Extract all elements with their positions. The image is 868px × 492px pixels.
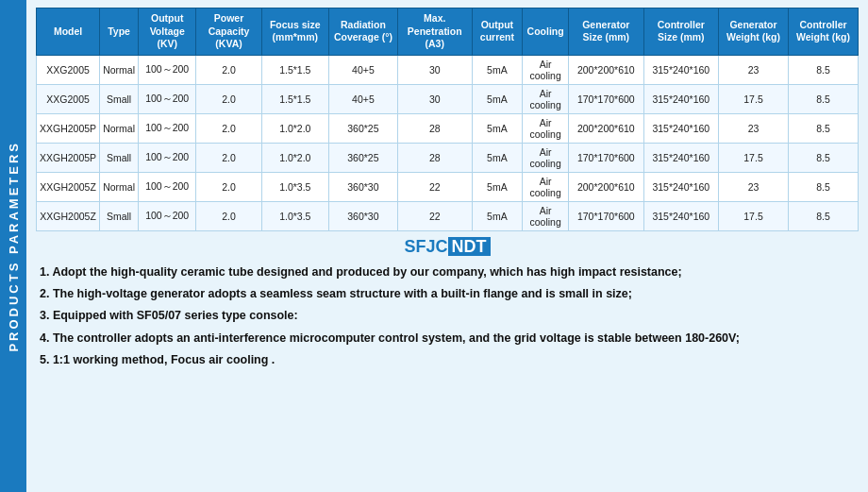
- table-header-cell: Focus size (mm*mm): [261, 8, 328, 56]
- table-header-cell: Output current: [472, 8, 523, 56]
- table-cell: 8.5: [788, 55, 858, 84]
- table-header-cell: Max. Penetration (A3): [397, 8, 472, 56]
- table-cell: Air cooling: [523, 172, 569, 201]
- table-cell: 100～200: [138, 55, 195, 84]
- table-cell: 2.0: [196, 201, 261, 230]
- table-body: XXG2005Normal100～2002.01.5*1.540+5305mAA…: [37, 55, 859, 230]
- main-content: ModelTypeOutput Voltage (KV)Power Capaci…: [26, 0, 868, 380]
- table-header-cell: Generator Weight (kg): [719, 8, 789, 56]
- table-cell: 315*240*160: [643, 113, 718, 143]
- table-header-cell: Output Voltage (KV): [138, 8, 195, 56]
- table-cell: 22: [397, 201, 472, 230]
- brand-line: SFJCNDT: [36, 237, 859, 257]
- description-block: 1. Adopt the high-quality ceramic tube d…: [36, 263, 859, 370]
- table-cell: 360*30: [328, 172, 397, 201]
- table-cell: 100～200: [138, 172, 195, 201]
- table-cell: 315*240*160: [643, 143, 718, 172]
- table-cell: 315*240*160: [643, 172, 718, 201]
- table-cell: 100～200: [138, 113, 195, 143]
- table-cell: Air cooling: [523, 201, 569, 230]
- table-cell: 360*25: [328, 143, 397, 172]
- table-cell: 8.5: [788, 143, 858, 172]
- table-cell: 1.5*1.5: [261, 55, 328, 84]
- table-cell: Air cooling: [523, 84, 569, 113]
- table-cell: XXGH2005Z: [37, 201, 100, 230]
- table-cell: 40+5: [328, 55, 397, 84]
- table-cell: 2.0: [196, 55, 261, 84]
- table-header-cell: Controller Size (mm): [643, 8, 718, 56]
- table-cell: XXG2005: [37, 55, 100, 84]
- table-cell: 22: [397, 172, 472, 201]
- sidebar-text: PRODUCTS PARAMETERS: [7, 141, 21, 352]
- table-cell: 8.5: [788, 113, 858, 143]
- table-cell: 360*30: [328, 201, 397, 230]
- brand-ndt: NDT: [448, 237, 491, 256]
- table-row: XXG2005Normal100～2002.01.5*1.540+5305mAA…: [37, 55, 859, 84]
- table-cell: 28: [397, 113, 472, 143]
- table-cell: 8.5: [788, 84, 858, 113]
- table-header-cell: Generator Size (mm): [569, 8, 643, 56]
- table-cell: 170*170*600: [569, 143, 643, 172]
- brand-sfjc: SFJC: [404, 237, 447, 256]
- table-cell: 17.5: [719, 143, 789, 172]
- table-cell: Normal: [100, 55, 139, 84]
- table-cell: 5mA: [472, 84, 523, 113]
- table-cell: 200*200*610: [569, 172, 643, 201]
- table-cell: 5mA: [472, 172, 523, 201]
- description-point: 4. The controller adopts an anti-interfe…: [40, 329, 855, 348]
- table-row: XXGH2005ZNormal100～2002.01.0*3.5360*3022…: [37, 172, 859, 201]
- table-cell: 315*240*160: [643, 84, 718, 113]
- table-cell: 2.0: [196, 84, 261, 113]
- table-cell: 17.5: [719, 201, 789, 230]
- table-cell: 360*25: [328, 113, 397, 143]
- table-row: XXGH2005ZSmall100～2002.01.0*3.5360*30225…: [37, 201, 859, 230]
- table-cell: Air cooling: [523, 113, 569, 143]
- table-cell: 23: [719, 55, 789, 84]
- table-cell: 1.0*3.5: [261, 201, 328, 230]
- table-cell: 1.0*2.0: [261, 143, 328, 172]
- table-cell: XXGH2005Z: [37, 172, 100, 201]
- table-cell: 1.5*1.5: [261, 84, 328, 113]
- table-header-row: ModelTypeOutput Voltage (KV)Power Capaci…: [37, 8, 859, 56]
- table-header-cell: Model: [37, 8, 100, 56]
- params-table: ModelTypeOutput Voltage (KV)Power Capaci…: [36, 8, 859, 231]
- table-cell: 5mA: [472, 143, 523, 172]
- sidebar-label: PRODUCTS PARAMETERS: [0, 0, 26, 492]
- table-cell: 315*240*160: [643, 55, 718, 84]
- description-point: 5. 1:1 working method, Focus air cooling…: [40, 350, 855, 370]
- description-point: 2. The high-voltage generator adopts a s…: [40, 284, 855, 304]
- table-cell: 28: [397, 143, 472, 172]
- table-cell: XXG2005: [37, 84, 100, 113]
- table-cell: XXGH2005P: [37, 143, 100, 172]
- table-cell: 5mA: [472, 201, 523, 230]
- table-cell: 2.0: [196, 113, 261, 143]
- table-cell: XXGH2005P: [37, 113, 100, 143]
- table-cell: 100～200: [138, 143, 195, 172]
- table-cell: Normal: [100, 113, 139, 143]
- table-cell: 100～200: [138, 201, 195, 230]
- table-cell: Small: [100, 143, 139, 172]
- description-point: 3. Equipped with SF05/07 series type con…: [40, 306, 855, 326]
- table-cell: 170*170*600: [569, 84, 643, 113]
- table-cell: 5mA: [472, 113, 523, 143]
- table-cell: 2.0: [196, 143, 261, 172]
- table-header-cell: Type: [100, 8, 139, 56]
- table-cell: 30: [397, 84, 472, 113]
- table-header-cell: Controller Weight (kg): [788, 8, 858, 56]
- table-header-cell: Power Capacity (KVA): [196, 8, 261, 56]
- table-cell: Small: [100, 201, 139, 230]
- table-cell: Air cooling: [523, 143, 569, 172]
- table-cell: 200*200*610: [569, 55, 643, 84]
- table-cell: Small: [100, 84, 139, 113]
- table-cell: 8.5: [788, 172, 858, 201]
- table-cell: 100～200: [138, 84, 195, 113]
- table-cell: 1.0*3.5: [261, 172, 328, 201]
- table-cell: 8.5: [788, 201, 858, 230]
- table-cell: Normal: [100, 172, 139, 201]
- table-cell: 1.0*2.0: [261, 113, 328, 143]
- table-header-cell: Cooling: [523, 8, 569, 56]
- table-cell: 30: [397, 55, 472, 84]
- table-row: XXG2005Small100～2002.01.5*1.540+5305mAAi…: [37, 84, 859, 113]
- table-cell: 5mA: [472, 55, 523, 84]
- table-row: XXGH2005PNormal100～2002.01.0*2.0360*2528…: [37, 113, 859, 143]
